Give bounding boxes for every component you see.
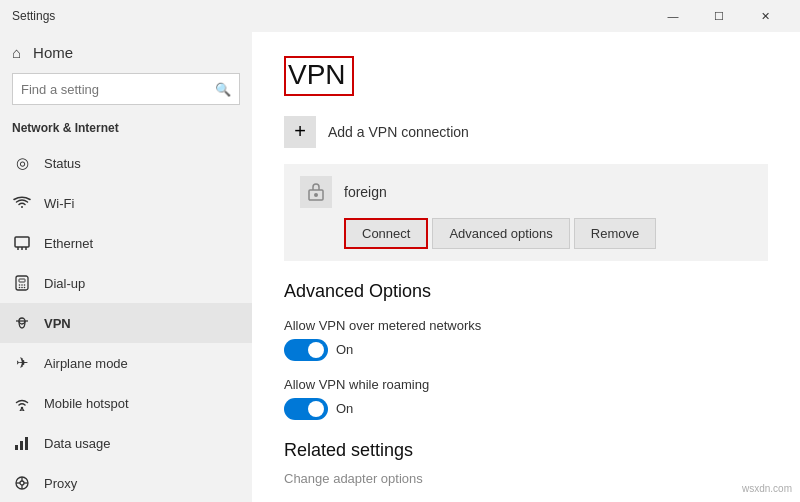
metered-toggle-row: Allow VPN over metered networks On <box>284 318 768 361</box>
metered-toggle[interactable] <box>284 339 328 361</box>
home-icon: ⌂ <box>12 44 21 61</box>
sidebar-item-label: VPN <box>44 316 71 331</box>
close-button[interactable]: ✕ <box>742 0 788 32</box>
titlebar: Settings — ☐ ✕ <box>0 0 800 32</box>
dialup-icon <box>12 273 32 293</box>
sidebar-item-proxy[interactable]: Proxy <box>0 463 252 502</box>
sidebar-item-label: Data usage <box>44 436 111 451</box>
proxy-icon <box>12 473 32 493</box>
sidebar-item-vpn[interactable]: VPN <box>0 303 252 343</box>
page-title: VPN <box>284 56 354 96</box>
advanced-options-section: Advanced Options Allow VPN over metered … <box>284 281 768 420</box>
vpn-card-buttons: Connect Advanced options Remove <box>300 218 752 249</box>
sidebar-item-dialup[interactable]: Dial-up <box>0 263 252 303</box>
sidebar-item-label: Proxy <box>44 476 77 491</box>
sidebar-item-status[interactable]: ◎ Status <box>0 143 252 183</box>
roaming-state: On <box>336 401 353 416</box>
svg-rect-18 <box>20 441 23 450</box>
svg-point-10 <box>21 287 23 289</box>
sidebar-item-wifi[interactable]: Wi-Fi <box>0 183 252 223</box>
hotspot-icon <box>12 393 32 413</box>
roaming-toggle[interactable] <box>284 398 328 420</box>
svg-rect-17 <box>15 445 18 450</box>
vpn-card-top: foreign <box>300 176 752 208</box>
main-panel: VPN + Add a VPN connection foreign Conne… <box>252 32 800 502</box>
svg-rect-5 <box>19 279 25 282</box>
sidebar-item-hotspot[interactable]: Mobile hotspot <box>0 383 252 423</box>
related-settings-title: Related settings <box>284 440 768 461</box>
search-icon: 🔍 <box>207 82 239 97</box>
watermark: wsxdn.com <box>742 483 792 494</box>
minimize-button[interactable]: — <box>650 0 696 32</box>
vpn-card: foreign Connect Advanced options Remove <box>284 164 768 261</box>
sidebar-item-label: Dial-up <box>44 276 85 291</box>
advanced-options-button[interactable]: Advanced options <box>432 218 569 249</box>
app-body: ⌂ Home 🔍 Network & Internet ◎ Status Wi-… <box>0 32 800 502</box>
wifi-icon <box>12 193 32 213</box>
related-settings-section: Related settings Change adapter options <box>284 440 768 486</box>
svg-rect-19 <box>25 437 28 450</box>
vpn-icon <box>12 313 32 333</box>
titlebar-title: Settings <box>12 9 55 23</box>
metered-toggle-control: On <box>284 339 768 361</box>
sidebar-item-home[interactable]: ⌂ Home <box>0 36 252 69</box>
sidebar-item-label: Ethernet <box>44 236 93 251</box>
sidebar-item-label: Mobile hotspot <box>44 396 129 411</box>
svg-point-7 <box>21 284 23 286</box>
status-icon: ◎ <box>12 153 32 173</box>
sidebar-item-label: Wi-Fi <box>44 196 74 211</box>
datausage-icon <box>12 433 32 453</box>
svg-point-9 <box>19 287 21 289</box>
svg-point-27 <box>314 193 318 197</box>
svg-point-21 <box>20 481 24 485</box>
sidebar-item-label: Airplane mode <box>44 356 128 371</box>
sidebar-item-datausage[interactable]: Data usage <box>0 423 252 463</box>
sidebar-section-title: Network & Internet <box>0 117 252 143</box>
ethernet-icon <box>12 233 32 253</box>
add-vpn-row[interactable]: + Add a VPN connection <box>284 116 768 148</box>
vpn-connection-name: foreign <box>344 184 387 200</box>
metered-state: On <box>336 342 353 357</box>
svg-point-8 <box>24 284 26 286</box>
airplane-icon: ✈ <box>12 353 32 373</box>
sidebar-item-label: Status <box>44 156 81 171</box>
change-adapter-link[interactable]: Change adapter options <box>284 471 768 486</box>
sidebar-home-label: Home <box>33 44 73 61</box>
roaming-toggle-control: On <box>284 398 768 420</box>
remove-button[interactable]: Remove <box>574 218 656 249</box>
add-vpn-label: Add a VPN connection <box>328 124 469 140</box>
search-input[interactable] <box>13 82 207 97</box>
svg-point-6 <box>19 284 21 286</box>
connect-button[interactable]: Connect <box>344 218 428 249</box>
sidebar-item-airplane[interactable]: ✈ Airplane mode <box>0 343 252 383</box>
add-vpn-button[interactable]: + <box>284 116 316 148</box>
titlebar-controls: — ☐ ✕ <box>650 0 788 32</box>
roaming-toggle-row: Allow VPN while roaming On <box>284 377 768 420</box>
maximize-button[interactable]: ☐ <box>696 0 742 32</box>
advanced-options-title: Advanced Options <box>284 281 768 302</box>
sidebar: ⌂ Home 🔍 Network & Internet ◎ Status Wi-… <box>0 32 252 502</box>
svg-point-11 <box>24 287 26 289</box>
vpn-connection-icon <box>300 176 332 208</box>
roaming-label: Allow VPN while roaming <box>284 377 768 392</box>
svg-rect-0 <box>15 237 29 247</box>
metered-label: Allow VPN over metered networks <box>284 318 768 333</box>
search-box[interactable]: 🔍 <box>12 73 240 105</box>
sidebar-item-ethernet[interactable]: Ethernet <box>0 223 252 263</box>
